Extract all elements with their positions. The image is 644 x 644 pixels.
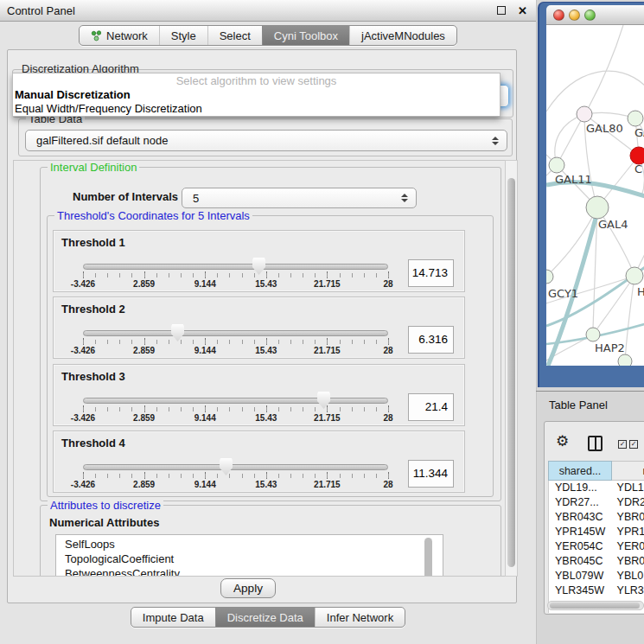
algorithm-dropdown-popup: Select algorithm to view settings Manual… — [12, 73, 501, 117]
svg-text:GAL11: GAL11 — [555, 173, 592, 186]
table-panel-title: Table Panel — [549, 399, 608, 411]
node-gal11[interactable] — [549, 157, 564, 173]
tab-network-label: Network — [106, 29, 148, 42]
number-of-intervals-combobox[interactable]: 5 — [182, 188, 417, 208]
cyni-toolbox-content: Discretization Algorithm Select algorith… — [7, 49, 517, 603]
network-view-window: GAL80 GA C GAL11 GAL4 GCY1 H HAP2 — [538, 2, 644, 387]
checkbox-icon[interactable]: ✓ — [618, 440, 627, 449]
node-bottom[interactable] — [618, 354, 632, 366]
slider-tick-labels: -3.4262.8599.14415.4321.71528 — [83, 480, 388, 490]
interval-definition-legend: Interval Definition — [48, 161, 139, 174]
node-gal4[interactable] — [586, 196, 609, 219]
settings-scrollpane: Interval Definition Number of Intervals … — [13, 160, 518, 577]
tab-jactivemnodules[interactable]: jActiveMNodules — [349, 26, 456, 45]
list-item[interactable]: BetweennessCentrality — [56, 566, 443, 577]
threshold-4-label: Threshold 4 — [61, 437, 125, 450]
node-red-selected[interactable] — [630, 147, 644, 164]
attributes-fieldset: Attributes to discretize Numerical Attri… — [40, 505, 501, 577]
list-scrollbar-thumb[interactable] — [424, 538, 432, 577]
node-gal80[interactable] — [577, 106, 592, 122]
table-row[interactable]: YLR345WYLR3 — [549, 583, 644, 598]
columns-icon[interactable] — [588, 436, 603, 451]
threshold-2-label: Threshold 2 — [61, 303, 125, 316]
node-hap2[interactable] — [586, 328, 600, 341]
threshold-4-value-field[interactable]: 11.344 — [408, 460, 454, 488]
node-top-right[interactable] — [628, 111, 643, 126]
interval-definition-fieldset: Interval Definition Number of Intervals … — [40, 167, 501, 501]
svg-text:HAP2: HAP2 — [595, 341, 625, 354]
float-window-icon[interactable] — [497, 6, 506, 15]
table-row[interactable]: YPR145WYPR1 — [549, 525, 644, 539]
bottom-tab-group: Impute Data Discretize Data Infer Networ… — [131, 607, 405, 628]
threshold-3-slider-track[interactable] — [83, 398, 388, 404]
threshold-3-panel: Threshold 3 -3.4262.8599.14415.4321.7152… — [53, 364, 465, 426]
top-tab-bar: Network Style Select Cyni Toolbox jActiv… — [0, 22, 536, 49]
tab-select[interactable]: Select — [207, 26, 262, 45]
threshold-3-label: Threshold 3 — [61, 370, 125, 383]
table-row[interactable]: YDR27...YDR2 — [549, 495, 644, 510]
slider-tick-labels: -3.4262.8599.14415.4321.71528 — [83, 346, 388, 356]
slider-tick-labels: -3.4262.8599.14415.4321.71528 — [83, 413, 388, 424]
scrollbar-thumb[interactable] — [507, 178, 515, 567]
slider-tick-labels: -3.4262.8599.14415.4321.71528 — [83, 279, 388, 290]
column-header-shared[interactable]: shared... — [548, 461, 612, 481]
zoom-traffic-light-icon[interactable] — [584, 10, 596, 21]
node-attribute-table: shared... na YDL19...YDL1 YDR27...YDR2 Y… — [548, 461, 644, 613]
tab-infer-network[interactable]: Infer Network — [315, 608, 405, 627]
threshold-2-slider-track[interactable] — [83, 330, 388, 336]
list-item[interactable]: TopologicalCoefficient — [56, 552, 443, 566]
dropdown-item-manual[interactable]: Manual Discretization — [13, 88, 500, 102]
slider-minor-ticks — [83, 407, 389, 411]
list-item[interactable]: SelfLoops — [56, 535, 443, 552]
top-tab-group: Network Style Select Cyni Toolbox jActiv… — [79, 25, 457, 46]
number-of-intervals-label: Number of Intervals — [73, 190, 178, 203]
table-body: YDL19...YDL1 YDR27...YDR2 YBR043CYBR0 YP… — [548, 481, 644, 613]
threshold-1-slider-track[interactable] — [83, 264, 388, 270]
node-gcy1[interactable] — [546, 270, 553, 284]
threshold-4-slider-track[interactable] — [83, 464, 388, 470]
table-row[interactable]: YBR045CYBR0 — [549, 554, 644, 569]
tab-impute-data[interactable]: Impute Data — [131, 608, 215, 627]
network-window-titlebar — [546, 5, 644, 25]
tab-discretize-data[interactable]: Discretize Data — [215, 608, 315, 627]
bottom-tab-bar: Impute Data Discretize Data Infer Networ… — [0, 607, 536, 631]
tab-style[interactable]: Style — [159, 26, 207, 45]
apply-button[interactable]: Apply — [220, 578, 276, 598]
dropdown-item-equal-width[interactable]: Equal Width/Frequency Discretization — [13, 102, 500, 116]
close-traffic-light-icon[interactable] — [553, 10, 564, 21]
screenshot-root: { "titlebar": { "title": "Control Panel"… — [0, 0, 644, 644]
minimize-traffic-light-icon[interactable] — [569, 10, 580, 21]
node-hap[interactable] — [626, 267, 643, 284]
gear-icon[interactable]: ⚙ — [556, 434, 569, 449]
panel-title: Control Panel — [7, 4, 497, 17]
combo-arrows-icon — [491, 137, 499, 145]
table-data-combobox[interactable]: galFiltered.sif default node — [25, 130, 507, 151]
close-icon[interactable]: ✕ — [518, 5, 527, 16]
table-row[interactable]: YDL19...YDL1 — [549, 481, 644, 495]
threshold-3-value-field[interactable]: 21.4 — [408, 393, 454, 421]
settings-vertical-scrollbar[interactable] — [505, 160, 518, 577]
table-data-value: galFiltered.sif default node — [26, 134, 491, 147]
network-graph[interactable]: GAL80 GA C GAL11 GAL4 GCY1 H HAP2 — [546, 25, 644, 366]
table-horizontal-scrollbar[interactable] — [547, 601, 644, 610]
tab-cyni-toolbox[interactable]: Cyni Toolbox — [262, 26, 349, 45]
threshold-1-value-field[interactable]: 14.713 — [408, 259, 454, 287]
table-row[interactable]: YER054CYER0 — [549, 539, 644, 554]
column-header-name[interactable]: na — [612, 461, 644, 481]
checkbox-icon[interactable]: ✓ — [629, 440, 638, 449]
table-row[interactable]: YBL079WYBL0 — [549, 569, 644, 583]
svg-text:GA: GA — [634, 126, 644, 139]
network-canvas[interactable]: GAL80 GA C GAL11 GAL4 GCY1 H HAP2 — [546, 25, 644, 366]
svg-text:GAL80: GAL80 — [586, 122, 623, 135]
combo-arrows-icon — [400, 194, 408, 202]
svg-text:GCY1: GCY1 — [548, 287, 578, 300]
threshold-2-value-field[interactable]: 6.316 — [408, 326, 454, 354]
threshold-4-panel: Threshold 4 -3.4262.8599.14415.4321.7152… — [53, 430, 465, 493]
thresholds-fieldset: Threshold's Coordinates for 5 Intervals … — [47, 215, 494, 497]
table-panel-divider — [536, 391, 644, 392]
tab-network[interactable]: Network — [80, 26, 159, 45]
numerical-attributes-list[interactable]: SelfLoops TopologicalCoefficient Between… — [55, 534, 443, 577]
scrollbar-thumb[interactable] — [550, 603, 640, 609]
table-row[interactable]: YBR043CYBR0 — [549, 510, 644, 525]
number-of-intervals-value: 5 — [182, 192, 400, 205]
